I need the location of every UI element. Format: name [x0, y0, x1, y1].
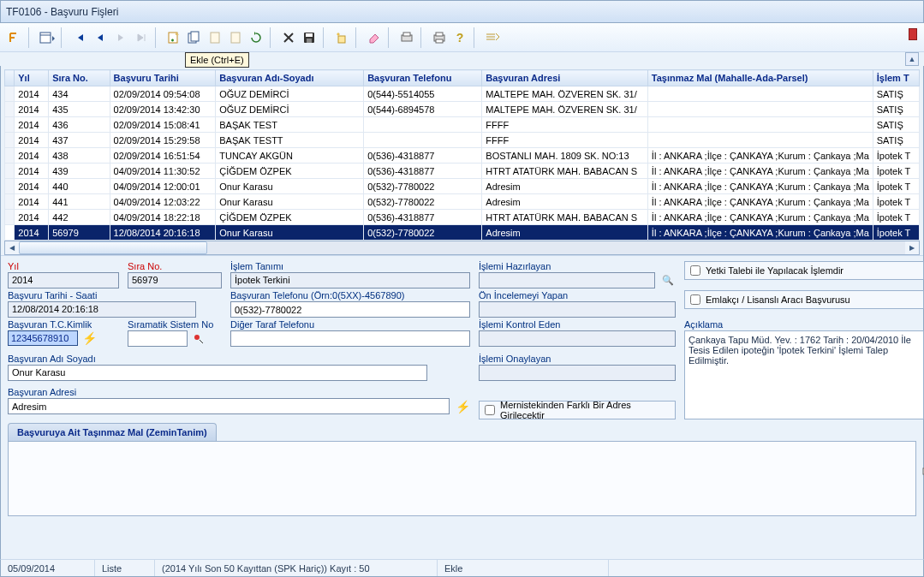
- nav-next-icon[interactable]: [111, 28, 130, 47]
- nav-prev-icon[interactable]: [91, 28, 110, 47]
- field-digertaraf[interactable]: [230, 330, 470, 347]
- field-adsoyad[interactable]: [8, 365, 427, 381]
- status-mode: Liste: [95, 560, 155, 576]
- checkbox-emlakci-input[interactable]: [690, 294, 700, 305]
- add-record-icon[interactable]: [164, 28, 183, 47]
- label-tckimlik: Başvuran T.C.Kimlik: [8, 319, 119, 330]
- col-adres[interactable]: Başvuran Adresi: [482, 70, 648, 86]
- scrollbar-thumb[interactable]: [19, 241, 207, 254]
- checkbox-emlakci-label: Emlakçı / Lisanslı Aracı Başvurusu: [706, 294, 850, 305]
- field-islemhazirlayan: [479, 272, 655, 288]
- adres-lightning-icon[interactable]: ⚡: [455, 399, 470, 414]
- table-row[interactable]: 201443602/09/2014 15:08:41BAŞAK TESTFFFF…: [5, 117, 920, 133]
- print-icon[interactable]: [430, 28, 449, 47]
- label-siramatik: Sıramatik Sistem No: [128, 319, 222, 330]
- toolbar-tooltip: Ekle (Ctrl+E): [185, 52, 249, 68]
- field-islemonaylayan: [479, 365, 676, 381]
- calendar-dropdown-icon[interactable]: [38, 28, 57, 47]
- delete-icon[interactable]: [279, 28, 298, 47]
- table-row[interactable]: 201443502/09/2014 13:42:30OĞUZ DEMİRCİ0(…: [5, 102, 920, 117]
- copy-record-icon[interactable]: [185, 28, 204, 47]
- scroll-right-icon[interactable]: ▶: [905, 241, 919, 254]
- field-yil: 2014: [8, 272, 119, 288]
- siramatik-action-icon[interactable]: [191, 331, 206, 347]
- status-recinfo: (2014 Yılı Son 50 Kayıttan (SPK Hariç)) …: [155, 560, 438, 576]
- print-preview-icon[interactable]: [397, 28, 416, 47]
- field-tckimlik[interactable]: 12345678910: [8, 330, 78, 346]
- table-row[interactable]: 201443904/09/2014 11:30:52ÇİĞDEM ÖZPEK0(…: [5, 164, 920, 179]
- svg-rect-14: [436, 33, 443, 36]
- status-date: 05/09/2014: [1, 560, 95, 576]
- checkbox-yetki-input[interactable]: [690, 265, 700, 276]
- field-adresi[interactable]: [8, 398, 450, 414]
- checkbox-mernis[interactable]: Mernistekinden Farklı Bir Adres Girilece…: [479, 401, 676, 419]
- doc1-icon[interactable]: [206, 28, 224, 47]
- toolbar: ? Ekle (Ctrl+E): [0, 23, 924, 52]
- refresh-icon[interactable]: [247, 28, 265, 47]
- label-sirano: Sıra No.: [128, 261, 222, 271]
- field-oninceleme: [479, 301, 676, 318]
- scroll-up-icon[interactable]: ▲: [905, 52, 919, 66]
- label-islemonaylayan: İşlemi Onaylayan: [479, 354, 676, 364]
- svg-rect-12: [403, 33, 410, 36]
- tab-panel: ⚡: [8, 441, 916, 516]
- hazirlayan-lookup-icon[interactable]: 🔍: [660, 273, 676, 288]
- svg-rect-8: [306, 33, 313, 37]
- checkbox-mernis-label: Mernistekinden Farklı Bir Adres Girilece…: [500, 400, 670, 420]
- wizard-icon[interactable]: [332, 28, 351, 47]
- statusbar: 05/09/2014 Liste (2014 Yılı Son 50 Kayıt…: [0, 559, 924, 577]
- col-islem[interactable]: İşlem T: [873, 70, 919, 86]
- grid-horizontal-scrollbar[interactable]: ◀ ▶: [4, 241, 920, 255]
- help-icon[interactable]: ?: [450, 28, 469, 47]
- table-row[interactable]: 201443802/09/2014 16:51:54TUNCAY AKGÜN0(…: [5, 148, 920, 164]
- col-yil[interactable]: Yıl: [15, 70, 49, 86]
- label-islemhazirlayan: İşlemi Hazırlayan: [479, 261, 676, 271]
- col-basvurutarihi[interactable]: Başvuru Tarihi: [110, 70, 216, 86]
- field-basvurutarihi: 12/08/2014 20:16:18: [8, 301, 196, 318]
- svg-rect-10: [338, 36, 345, 43]
- label-oninceleme: Ön İncelemeyi Yapan: [479, 290, 676, 300]
- scroll-left-icon[interactable]: ◀: [5, 241, 19, 254]
- field-siramatik[interactable]: [128, 330, 188, 347]
- nav-first-icon[interactable]: [70, 28, 89, 47]
- label-basvurutarihi: Başvuru Tarihi - Saati: [8, 290, 222, 300]
- col-telefon[interactable]: Başvuran Telefonu: [364, 70, 482, 86]
- svg-point-19: [194, 335, 200, 340]
- tab-tasinmazmal[interactable]: Başvuruya Ait Taşınmaz Mal (ZeminTanim): [8, 423, 217, 441]
- field-basvurantelefonu[interactable]: [230, 301, 470, 318]
- table-row[interactable]: 201444104/09/2014 12:03:22Onur Karasu0(5…: [5, 194, 920, 210]
- save-icon[interactable]: [300, 28, 319, 47]
- svg-rect-9: [307, 39, 312, 43]
- col-tasinmazmal[interactable]: Taşınmaz Mal (Mahalle-Ada-Parsel): [647, 70, 873, 86]
- doc2-icon[interactable]: [226, 28, 245, 47]
- app-logo-icon[interactable]: [5, 28, 24, 47]
- table-row[interactable]: 201444204/09/2014 18:22:18ÇİĞDEM ÖZPEK0(…: [5, 210, 920, 225]
- window-title: TF0106 - Başvuru Fişleri: [6, 6, 118, 18]
- checkbox-emlakci[interactable]: Emlakçı / Lisanslı Aracı Başvurusu: [684, 290, 924, 309]
- col-adsoyad[interactable]: Başvuran Adı-Soyadı: [216, 70, 364, 86]
- svg-rect-15: [436, 39, 443, 43]
- row-indicator-header: [5, 70, 15, 86]
- label-islemkontrol: İşlemi Kontrol Eden: [479, 319, 676, 330]
- table-row[interactable]: 201443402/09/2014 09:54:08OĞUZ DEMİRCİ0(…: [5, 86, 920, 102]
- table-row[interactable]: 201444004/09/2014 12:00:01Onur Karasu0(5…: [5, 179, 920, 194]
- svg-rect-0: [40, 33, 51, 43]
- table-row[interactable]: 20145697912/08/2014 20:16:18Onur Karasu0…: [5, 225, 920, 241]
- label-adresi: Başvuran Adresi: [8, 387, 470, 397]
- checkbox-mernis-input[interactable]: [485, 405, 495, 415]
- eraser-icon[interactable]: [365, 28, 384, 47]
- svg-rect-5: [211, 33, 219, 43]
- label-yil: Yıl: [8, 261, 119, 271]
- checkbox-yetki[interactable]: Yetki Talebi ile Yapılacak İşlemdir: [684, 261, 924, 280]
- label-islemtanimi: İşlem Tanımı: [230, 261, 470, 271]
- label-digertaraf: Diğer Taraf Telefonu: [230, 319, 470, 330]
- field-aciklama[interactable]: Çankaya Tapu Müd. Yev. : 1762 Tarih : 20…: [684, 330, 924, 419]
- records-grid[interactable]: Yıl Sıra No. Başvuru Tarihi Başvuran Adı…: [4, 69, 920, 241]
- table-row[interactable]: 201443702/09/2014 15:29:58BAŞAK TESTTFFF…: [5, 133, 920, 148]
- tckimlik-lightning-icon[interactable]: ⚡: [81, 330, 97, 346]
- col-sirano[interactable]: Sıra No.: [49, 70, 110, 86]
- field-islemtanimi: İpotek Terkini: [230, 272, 470, 288]
- label-adsoyad: Başvuran Adı Soyadı: [8, 354, 470, 364]
- nav-last-icon[interactable]: [132, 28, 151, 47]
- lines-edit-icon[interactable]: [483, 28, 502, 47]
